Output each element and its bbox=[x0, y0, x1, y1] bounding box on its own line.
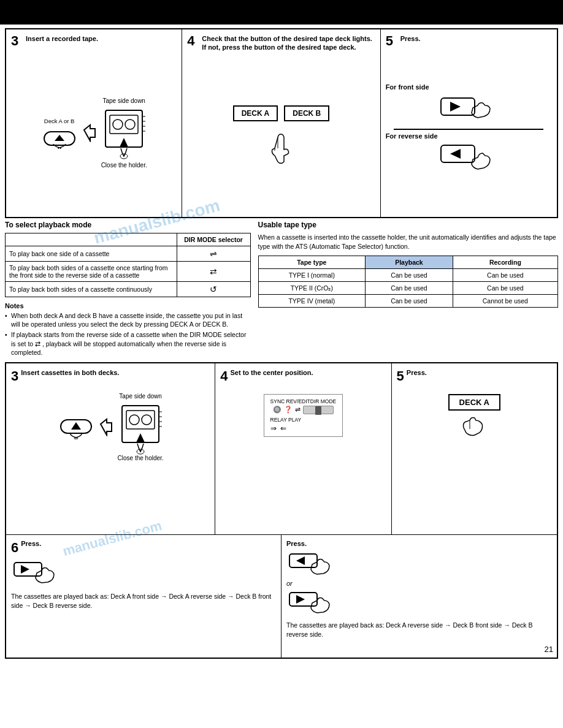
playback-col-desc-header bbox=[6, 233, 177, 246]
bottom-step-6a-description: The cassettes are played back as: Deck A… bbox=[11, 592, 276, 610]
playback-row-1-icon: ⇌ bbox=[177, 246, 250, 262]
tape-row-3: TYPE IV (metal) Can be used Cannot be us… bbox=[258, 295, 558, 308]
sync-rev-edit-label: SYNC REV/EDIT bbox=[270, 398, 310, 404]
playback-row-1-desc: To play back one side of a cassette bbox=[6, 246, 177, 262]
notes-section: Notes When both deck A and deck B have a… bbox=[5, 302, 251, 357]
step-5-illustration: For front side For reverse si bbox=[386, 48, 552, 212]
bottom-step-6a-title: Press. bbox=[21, 540, 41, 547]
or-text: or bbox=[286, 580, 552, 587]
playback-table: DIR MODE selector To play back one side … bbox=[5, 233, 251, 297]
tape-col-type-header: Tape type bbox=[258, 256, 366, 269]
tape-row-1: TYPE I (normal) Can be used Can be used bbox=[258, 269, 558, 282]
step-3-title: Insert a recorded tape. bbox=[26, 34, 177, 43]
bottom-eject-button-illus bbox=[58, 415, 94, 439]
section-top-steps: 3 Insert a recorded tape. Deck A or B bbox=[5, 28, 558, 218]
front-side-label: For front side bbox=[386, 83, 429, 91]
bottom-step-6a: 6 Press. The cassettes are played back a… bbox=[6, 535, 282, 658]
svg-marker-1 bbox=[55, 135, 64, 141]
tape-row-1-playback: Can be used bbox=[366, 269, 453, 282]
tape-type-panel: Usable tape type When a cassette is inse… bbox=[258, 221, 559, 358]
bottom-step-5-number: 5 bbox=[397, 368, 404, 384]
tape-side-down-label: Tape side down bbox=[102, 97, 145, 104]
top-step-4: 4 Check that the button of the desired t… bbox=[182, 29, 380, 217]
note-item-2: If playback starts from the reverse side… bbox=[5, 330, 251, 357]
close-holder-label: Close the holder. bbox=[101, 162, 147, 169]
top-bar bbox=[0, 0, 563, 25]
deck-b-button-label: DECK B bbox=[284, 105, 329, 121]
dir-mode-label: DIR MODE bbox=[310, 398, 337, 404]
svg-marker-33 bbox=[296, 556, 305, 565]
svg-point-23 bbox=[142, 415, 151, 425]
top-step-3: 3 Insert a recorded tape. Deck A or B bbox=[6, 29, 182, 217]
tape-row-2-recording: Can be used bbox=[453, 282, 557, 295]
hand-press-illus-4 bbox=[262, 131, 299, 168]
tape-row-2-playback: Can be used bbox=[366, 282, 453, 295]
bottom-step-4-number: 4 bbox=[220, 368, 228, 384]
section-middle: To select playback mode DIR MODE selecto… bbox=[5, 221, 558, 358]
bottom-step-4: 4 Set to the center position. SYNC REV/E… bbox=[215, 363, 391, 534]
reverse-side-label: For reverse side bbox=[386, 132, 438, 140]
step-3-number: 3 bbox=[11, 33, 18, 49]
svg-marker-31 bbox=[21, 565, 29, 574]
tape-row-3-recording: Cannot be used bbox=[453, 295, 557, 308]
svg-marker-2 bbox=[84, 125, 95, 141]
bottom-step-4-title: Set to the center position. bbox=[230, 368, 313, 377]
deck-a-button-label: DECK A bbox=[233, 105, 278, 121]
tape-row-3-playback: Can be used bbox=[366, 295, 453, 308]
bottom-step-5: 5 Press. DECK A bbox=[392, 363, 557, 534]
bottom-step-5-title: Press. bbox=[407, 368, 427, 377]
svg-point-6 bbox=[125, 119, 135, 129]
play-button-reverse-illus bbox=[435, 142, 502, 179]
tape-row-2: TYPE II (CrO₂) Can be used Can be used bbox=[258, 282, 558, 295]
tape-row-3-type: TYPE IV (metal) bbox=[258, 295, 366, 308]
tape-type-title: Usable tape type bbox=[258, 221, 559, 229]
svg-marker-16 bbox=[450, 149, 461, 159]
tape-col-playback-header: Playback bbox=[366, 256, 453, 269]
deck-a-press-label: DECK A bbox=[448, 394, 500, 411]
svg-point-22 bbox=[129, 415, 139, 425]
step-5-number: 5 bbox=[386, 33, 393, 49]
step-5-title: Press. bbox=[400, 34, 552, 43]
step-4-number: 4 bbox=[187, 33, 194, 49]
bottom-arrow-right-illus bbox=[99, 418, 113, 436]
svg-marker-11 bbox=[120, 138, 128, 147]
eject-button-illus bbox=[41, 124, 78, 149]
svg-point-5 bbox=[113, 119, 123, 129]
svg-rect-4 bbox=[110, 115, 138, 134]
svg-rect-21 bbox=[126, 411, 155, 429]
cassette-deck-illus bbox=[102, 104, 145, 159]
bottom-step-6a-number: 6 bbox=[11, 540, 18, 556]
note-item-1: When both deck A and deck B have a casse… bbox=[5, 311, 251, 328]
svg-marker-28 bbox=[136, 433, 145, 442]
playback-row-2-desc: To play back both sides of a cassette on… bbox=[6, 262, 177, 282]
playback-row-1: To play back one side of a cassette ⇌ bbox=[6, 246, 251, 262]
bottom-top-row: 3 Insert cassettes in both decks. bbox=[6, 363, 557, 535]
play-button-front-illus bbox=[435, 93, 502, 124]
bottom-close-holder-label: Close the holder. bbox=[118, 455, 164, 461]
playback-row-3-icon: ↺ bbox=[177, 282, 250, 297]
tape-type-table: Tape type Playback Recording TYPE I (nor… bbox=[258, 256, 559, 308]
notes-title: Notes bbox=[5, 302, 251, 309]
ats-description: When a cassette is inserted into the cas… bbox=[258, 233, 559, 251]
playback-title: To select playback mode bbox=[5, 221, 251, 229]
playback-col-mode-header: DIR MODE selector bbox=[177, 233, 250, 246]
playback-row-3-desc: To play back both sides of a cassette co… bbox=[6, 282, 177, 297]
svg-marker-19 bbox=[101, 419, 112, 435]
bottom-step-6b-description: The cassettes are played back as: Deck A… bbox=[286, 621, 552, 639]
deck-buttons: DECK A DECK B bbox=[233, 105, 330, 121]
playback-row-3: To play back both sides of a cassette co… bbox=[6, 282, 251, 297]
relay-play-label: RELAY PLAY bbox=[270, 417, 337, 423]
tape-row-1-type: TYPE I (normal) bbox=[258, 269, 366, 282]
svg-marker-14 bbox=[450, 102, 461, 112]
bottom-step-3: 3 Insert cassettes in both decks. bbox=[6, 363, 215, 534]
svg-marker-18 bbox=[71, 422, 81, 430]
tape-row-2-type: TYPE II (CrO₂) bbox=[258, 282, 366, 295]
playback-panel: To select playback mode DIR MODE selecto… bbox=[5, 221, 251, 358]
bottom-step-3-title: Insert cassettes in both decks. bbox=[21, 368, 119, 377]
svg-marker-35 bbox=[296, 595, 305, 604]
playback-row-2: To play back both sides of a cassette on… bbox=[6, 262, 251, 282]
playback-row-2-icon: ⇄ bbox=[177, 262, 250, 282]
bottom-step-6b-title: Press. bbox=[286, 540, 552, 547]
bottom-cassette-deck-illus bbox=[119, 400, 162, 455]
deck-a-b-label: Deck A or B bbox=[44, 118, 75, 124]
